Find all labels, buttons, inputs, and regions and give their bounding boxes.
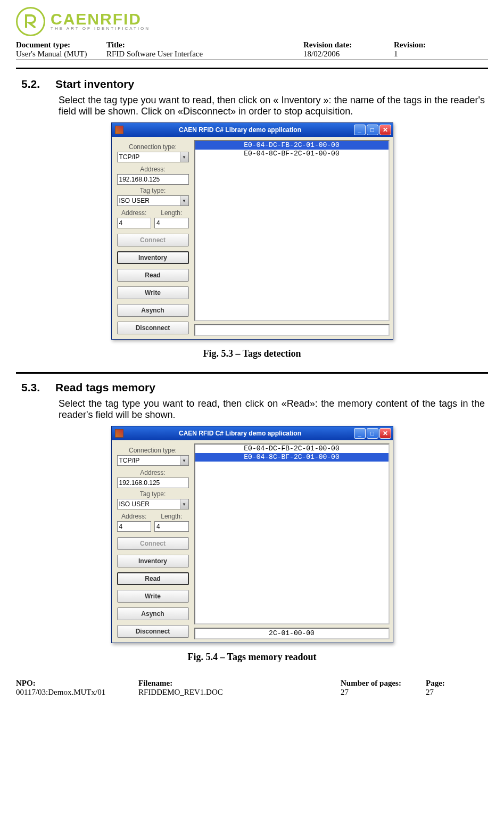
conn-type-label: Connection type: (117, 447, 189, 454)
chevron-down-icon: ▼ (180, 499, 188, 509)
tag-list[interactable]: E0-04-DC-FB-2C-01-00-00 E0-04-8C-BF-2C-0… (194, 140, 390, 321)
read-button[interactable]: Read (117, 269, 189, 282)
app-window-53: CAEN RFID C# Library demo application _ … (111, 122, 393, 340)
address-field[interactable] (117, 478, 189, 488)
r-icon (23, 13, 39, 29)
title-label: Title: (106, 40, 303, 50)
window-title: CAEN RFID C# Library demo application (127, 126, 354, 134)
disconnect-button[interactable]: Disconnect (117, 322, 189, 334)
numpages-label: Number of pages: (341, 679, 426, 688)
write-button[interactable]: Write (117, 286, 189, 299)
connect-button[interactable]: Connect (117, 537, 189, 550)
revdate-value: 18/02/2006 (303, 50, 394, 59)
write-button[interactable]: Write (117, 590, 189, 603)
addr2-label: Address: (117, 513, 152, 520)
length-field[interactable] (154, 218, 189, 228)
addr2-field[interactable] (117, 521, 152, 532)
doctype-label: Document type: (16, 40, 106, 50)
read-button[interactable]: Read (117, 572, 189, 585)
length-label: Length: (154, 513, 189, 520)
titlebar: CAEN RFID C# Library demo application _ … (112, 123, 393, 137)
numpages-value: 27 (341, 688, 426, 697)
section-heading-53: 5.3.Read tags memory (21, 381, 488, 394)
addr2-label: Address: (117, 209, 152, 217)
list-item[interactable]: E0-04-8C-BF-2C-01-00-00 (195, 150, 389, 158)
app-window-54: CAEN RFID C# Library demo application _ … (111, 426, 393, 643)
right-panel: E0-04-DC-FB-2C-01-00-00 E0-04-8C-BF-2C-0… (194, 440, 393, 643)
revdate-label: Revision date: (303, 40, 394, 50)
connect-button[interactable]: Connect (117, 234, 189, 246)
filename-value: RFIDDEMO_REV1.DOC (138, 688, 341, 697)
chevron-down-icon: ▼ (180, 152, 188, 162)
page-label: Page: (426, 679, 488, 688)
list-item[interactable]: E0-04-DC-FB-2C-01-00-00 (195, 445, 389, 453)
doctype-value: User's Manual (MUT) (16, 50, 106, 59)
left-panel: Connection type: ▼ Address: Tag type: ▼ … (112, 137, 194, 339)
window-title: CAEN RFID C# Library demo application (127, 430, 354, 437)
inventory-button[interactable]: Inventory (117, 555, 189, 567)
chevron-down-icon: ▼ (180, 456, 188, 465)
maximize-button[interactable]: □ (367, 125, 378, 135)
page-value: 27 (426, 688, 488, 697)
tag-type-label: Tag type: (117, 187, 189, 194)
list-item[interactable]: E0-04-8C-BF-2C-01-00-00 (195, 453, 389, 462)
address-label: Address: (117, 166, 189, 173)
filename-label: Filename: (138, 679, 341, 688)
conn-type-select[interactable]: ▼ (117, 455, 189, 466)
tag-type-label: Tag type: (117, 490, 189, 498)
footer-meta: NPO: 00117/03:Demox.MUTx/01 Filename: RF… (16, 679, 488, 697)
divider (16, 372, 488, 374)
app-icon (115, 126, 123, 134)
section-53-text: Select the tag type you want to read, th… (59, 398, 485, 421)
status-field[interactable] (194, 324, 390, 336)
conn-type-select[interactable]: ▼ (117, 152, 189, 162)
disconnect-button[interactable]: Disconnect (117, 625, 189, 638)
section-52-text: Select the tag type you want to read, th… (59, 95, 485, 117)
titlebar: CAEN RFID C# Library demo application _ … (112, 426, 393, 440)
minimize-button[interactable]: _ (354, 125, 366, 135)
rev-label: Revision: (394, 40, 488, 50)
app-icon (115, 429, 123, 438)
right-panel: E0-04-DC-FB-2C-01-00-00 E0-04-8C-BF-2C-0… (194, 137, 393, 339)
divider (16, 68, 488, 69)
addr2-field[interactable] (117, 218, 152, 228)
status-field[interactable]: 2C-01-00-00 (194, 628, 390, 639)
chevron-down-icon: ▼ (180, 196, 188, 205)
rev-value: 1 (394, 50, 488, 59)
close-button[interactable]: ✕ (379, 125, 391, 135)
maximize-button[interactable]: □ (367, 428, 378, 439)
close-button[interactable]: ✕ (379, 428, 391, 439)
conn-type-label: Connection type: (117, 143, 189, 151)
figure-54-caption: Fig. 5.4 – Tags memory readout (16, 652, 488, 663)
logo-mark (16, 7, 45, 36)
tagline: THE ART OF IDENTIFICATION (51, 26, 150, 31)
npo-label: NPO: (16, 679, 138, 688)
length-label: Length: (154, 209, 189, 217)
figure-54: CAEN RFID C# Library demo application _ … (16, 426, 488, 643)
npo-value: 00117/03:Demox.MUTx/01 (16, 688, 138, 697)
asynch-button[interactable]: Asynch (117, 607, 189, 620)
figure-53-caption: Fig. 5.3 – Tags detection (16, 348, 488, 359)
minimize-button[interactable]: _ (354, 428, 366, 439)
tag-type-select[interactable]: ▼ (117, 195, 189, 206)
section-heading-52: 5.2.Start inventory (21, 78, 488, 91)
tag-type-select[interactable]: ▼ (117, 499, 189, 509)
brand: CAENRFID (51, 12, 150, 26)
title-value: RFID Software User Interface (106, 50, 303, 59)
logo: CAENRFID THE ART OF IDENTIFICATION (16, 5, 488, 37)
tag-list[interactable]: E0-04-DC-FB-2C-01-00-00 E0-04-8C-BF-2C-0… (194, 443, 390, 624)
list-item[interactable]: E0-04-DC-FB-2C-01-00-00 (195, 141, 389, 150)
inventory-button[interactable]: Inventory (117, 251, 189, 264)
address-field[interactable] (117, 174, 189, 185)
length-field[interactable] (154, 521, 189, 532)
figure-53: CAEN RFID C# Library demo application _ … (16, 122, 488, 340)
asynch-button[interactable]: Asynch (117, 304, 189, 317)
address-label: Address: (117, 469, 189, 476)
header-meta: Document type: User's Manual (MUT) Title… (16, 40, 488, 60)
left-panel: Connection type: ▼ Address: Tag type: ▼ … (112, 440, 194, 643)
